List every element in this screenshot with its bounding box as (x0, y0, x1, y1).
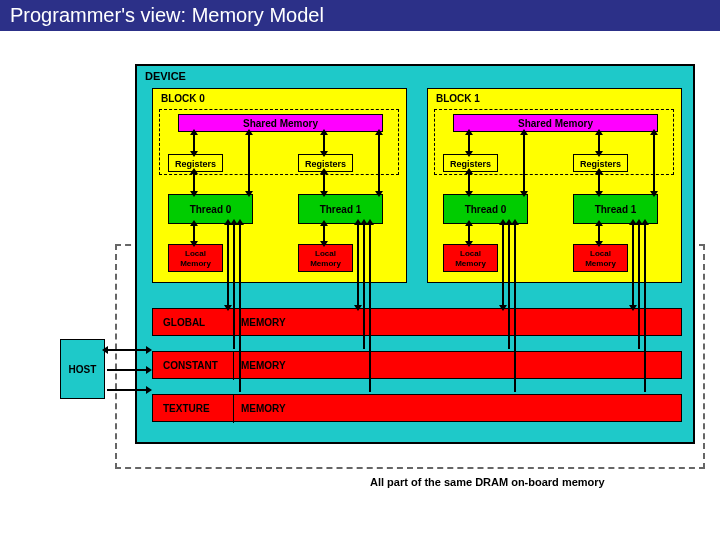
page-title: Programmer's view: Memory Model (0, 0, 720, 31)
global-memory-bar: GLOBAL MEMORY (152, 308, 682, 336)
texture-memory-bar: TEXTURE MEMORY (152, 394, 682, 422)
arrow (248, 134, 250, 192)
arrow (502, 224, 504, 306)
arrow (369, 224, 371, 392)
arrow (193, 225, 195, 242)
arrow (233, 224, 235, 349)
arrow (107, 389, 147, 391)
arrow (468, 173, 470, 192)
arrow (514, 224, 516, 392)
block-0-local-0: LocalMemory (168, 244, 223, 272)
block-1-shared-memory: Shared Memory (453, 114, 658, 132)
constant-memory-bar: CONSTANT MEMORY (152, 351, 682, 379)
arrow (323, 173, 325, 192)
arrow (357, 224, 359, 306)
divider (233, 352, 234, 380)
block-1-local-0: LocalMemory (443, 244, 498, 272)
arrow (193, 173, 195, 192)
arrow (523, 134, 525, 192)
arrow (632, 224, 634, 306)
block-1-label: BLOCK 1 (436, 93, 480, 104)
dram-caption: All part of the same DRAM on-board memor… (370, 476, 605, 488)
global-memory-w1: GLOBAL (163, 309, 205, 337)
arrow (638, 224, 640, 349)
arrow (598, 225, 600, 242)
arrow (107, 369, 147, 371)
device-box: DEVICE BLOCK 0 Shared Memory Registers R… (135, 64, 695, 444)
arrow (598, 134, 600, 152)
texture-memory-w2: MEMORY (241, 395, 286, 423)
arrow (107, 349, 147, 351)
arrow (508, 224, 510, 349)
block-0-shared-memory: Shared Memory (178, 114, 383, 132)
arrow (193, 134, 195, 152)
arrow (227, 224, 229, 306)
constant-memory-w1: CONSTANT (163, 352, 218, 380)
arrow (468, 134, 470, 152)
block-0-label: BLOCK 0 (161, 93, 205, 104)
arrow (239, 224, 241, 392)
arrow (323, 134, 325, 152)
block-0-local-1: LocalMemory (298, 244, 353, 272)
texture-memory-w1: TEXTURE (163, 395, 210, 423)
arrow (644, 224, 646, 392)
host-box: HOST (60, 339, 105, 399)
diagram-stage: DEVICE BLOCK 0 Shared Memory Registers R… (0, 34, 720, 540)
arrow (468, 225, 470, 242)
arrow (378, 134, 380, 192)
divider (233, 395, 234, 423)
arrow (598, 173, 600, 192)
device-label: DEVICE (145, 70, 186, 82)
arrow (323, 225, 325, 242)
block-1-local-1: LocalMemory (573, 244, 628, 272)
arrow (653, 134, 655, 192)
arrow (363, 224, 365, 349)
global-memory-w2: MEMORY (241, 309, 286, 337)
constant-memory-w2: MEMORY (241, 352, 286, 380)
